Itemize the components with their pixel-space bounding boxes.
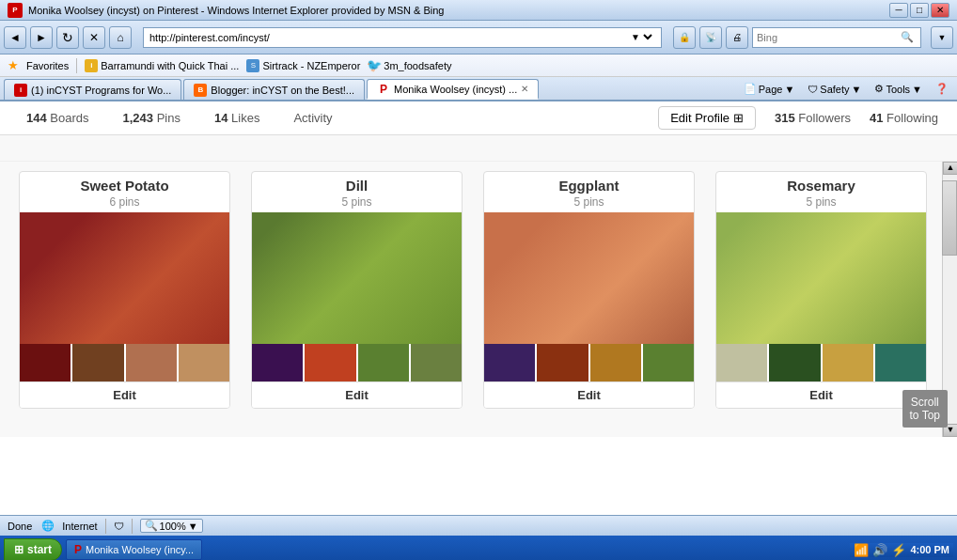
home-button[interactable]: ⌂ [109, 26, 132, 49]
tab-close-3[interactable]: ✕ [521, 84, 528, 94]
board-pins-eggplant: 5 pins [484, 195, 694, 212]
tab-label-2: Blogger: inCYST on the Best!... [211, 85, 354, 96]
zoom-percent: 100% [160, 521, 186, 532]
thumb-3b [535, 344, 588, 381]
scroll-to-top-label: Scrollto Top [910, 396, 940, 422]
safety-label: Safety [820, 84, 849, 95]
back-button[interactable]: ◄ [4, 26, 26, 49]
tray-icon-2: 🔊 [872, 543, 887, 557]
boards-nav-item[interactable]: 144 Boards [19, 107, 97, 129]
edit-button-eggplant[interactable]: Edit [484, 381, 694, 408]
page-icon: 📄 [744, 83, 757, 95]
safety-icon: 🛡 [808, 84, 818, 95]
edit-button-rosemary[interactable]: Edit [716, 381, 926, 408]
status-bar: Done 🌐 Internet 🛡 🔍 100% ▼ [0, 515, 957, 536]
edit-profile-button[interactable]: Edit Profile ⊞ [658, 106, 756, 130]
browser-titlebar: P Monika Woolsey (incyst) on Pinterest -… [0, 0, 957, 21]
board-main-img-dill [252, 212, 462, 344]
tools-button[interactable]: ⚙ Tools ▼ [870, 80, 927, 98]
scrollbar-thumb[interactable] [942, 180, 957, 256]
start-icon: ⊞ [14, 543, 24, 556]
thumb-4d [873, 344, 926, 381]
tools-chevron: ▼ [912, 84, 922, 95]
refresh-button[interactable]: ↻ [56, 26, 79, 49]
likes-label: Likes [231, 111, 259, 125]
taskbar-active-app[interactable]: P Monika Woolsey (incy... [66, 539, 202, 560]
edit-profile-label: Edit Profile [670, 111, 730, 125]
thumb-1c [124, 344, 177, 381]
board-title-rosemary: Rosemary [716, 172, 926, 195]
help-button[interactable]: ❓ [931, 80, 953, 98]
thumb-3c [588, 344, 641, 381]
board-dill: Dill 5 pins Edit [251, 171, 463, 409]
board-thumbs-rosemary [716, 344, 926, 381]
tab-3[interactable]: P Monika Woolsey (incyst) ... ✕ [367, 79, 539, 100]
boards-label: Boards [50, 111, 88, 125]
app-label: Monika Woolsey (incy... [86, 544, 194, 555]
tab-1[interactable]: i (1) inCYST Programs for Wo... [4, 79, 181, 100]
thumb-3a [484, 344, 535, 381]
status-text: Done [8, 521, 32, 532]
safety-button[interactable]: 🛡 Safety ▼ [803, 81, 866, 98]
boards-count: 144 [26, 111, 47, 125]
search-dropdown[interactable]: ▼ [931, 26, 953, 49]
fav-label-2: Sirtrack - NZEmperor [262, 60, 360, 71]
favorites-star-icon: ★ [8, 58, 19, 72]
close-button[interactable]: ✕ [931, 3, 949, 18]
board-thumbs-dill [252, 344, 462, 381]
rss-button[interactable]: 📡 [699, 26, 722, 49]
taskbar: ⊞ start P Monika Woolsey (incy... 📶 🔊 ⚡ … [0, 536, 957, 560]
search-button[interactable]: 🔍 [898, 28, 917, 47]
edit-button-sweet-potato[interactable]: Edit [20, 381, 229, 408]
board-pins-rosemary: 5 pins [716, 195, 926, 212]
board-pins-dill: 5 pins [252, 195, 462, 212]
tab-2[interactable]: B Blogger: inCYST on the Best!... [183, 79, 365, 100]
address-dropdown[interactable]: ▼ [627, 31, 655, 43]
pins-count: 1,243 [123, 111, 154, 125]
following-count: 41 Following [870, 111, 938, 125]
fav-icon-1: i [85, 59, 98, 72]
page-button[interactable]: 📄 Page ▼ [739, 80, 800, 98]
page-label: Page [759, 84, 783, 95]
favorites-label[interactable]: Favorites [26, 60, 69, 71]
thumb-2d [409, 344, 462, 381]
thumb-2b [303, 344, 355, 381]
cert-button[interactable]: 🔒 [673, 26, 696, 49]
fav-item-1[interactable]: i Barramundi with Quick Thai ... [85, 59, 239, 72]
tab-label-3: Monika Woolsey (incyst) ... [394, 84, 517, 95]
print-button[interactable]: 🖨 [726, 26, 748, 49]
minimize-button[interactable]: ─ [889, 3, 908, 18]
fav-item-3[interactable]: 🐦 3m_foodsafety [368, 59, 451, 72]
tab-bar: i (1) inCYST Programs for Wo... B Blogge… [0, 77, 957, 101]
fav-item-2[interactable]: S Sirtrack - NZEmperor [246, 59, 360, 72]
scroll-to-top-button[interactable]: Scrollto Top [902, 390, 948, 428]
scrollbar-up[interactable]: ▲ [943, 162, 957, 175]
pins-nav-item[interactable]: 1,243 Pins [116, 107, 188, 129]
maximize-button[interactable]: □ [910, 3, 929, 18]
fav-icon-2: S [246, 59, 259, 72]
address-bar[interactable]: http://pinterest.com/incyst/ ▼ [143, 27, 662, 48]
board-title-dill: Dill [252, 172, 462, 195]
activity-label: Activity [293, 111, 332, 125]
pins-label: Pins [157, 111, 180, 125]
search-bar[interactable]: 🔍 [752, 27, 921, 48]
board-main-img-rosemary [716, 212, 926, 344]
thumb-1b [71, 344, 123, 381]
stop-button[interactable]: ✕ [83, 26, 105, 49]
favorites-text: Favorites [26, 60, 69, 71]
tab-label-1: (1) inCYST Programs for Wo... [31, 85, 171, 96]
thumb-2a [252, 344, 303, 381]
favorites-bar: ★ Favorites i Barramundi with Quick Thai… [0, 54, 957, 77]
start-button[interactable]: ⊞ start [4, 538, 62, 560]
likes-nav-item[interactable]: 14 Likes [207, 107, 267, 129]
board-title-eggplant: Eggplant [484, 172, 694, 195]
zoom-chevron: ▼ [188, 521, 198, 532]
likes-count: 14 [214, 111, 227, 125]
activity-nav-item[interactable]: Activity [286, 107, 339, 129]
edit-profile-icon: ⊞ [733, 111, 744, 125]
edit-button-dill[interactable]: Edit [252, 381, 462, 408]
start-label: start [27, 543, 52, 556]
search-input[interactable] [757, 32, 898, 43]
zoom-control[interactable]: 🔍 100% ▼ [140, 519, 203, 533]
forward-button[interactable]: ► [30, 26, 53, 49]
